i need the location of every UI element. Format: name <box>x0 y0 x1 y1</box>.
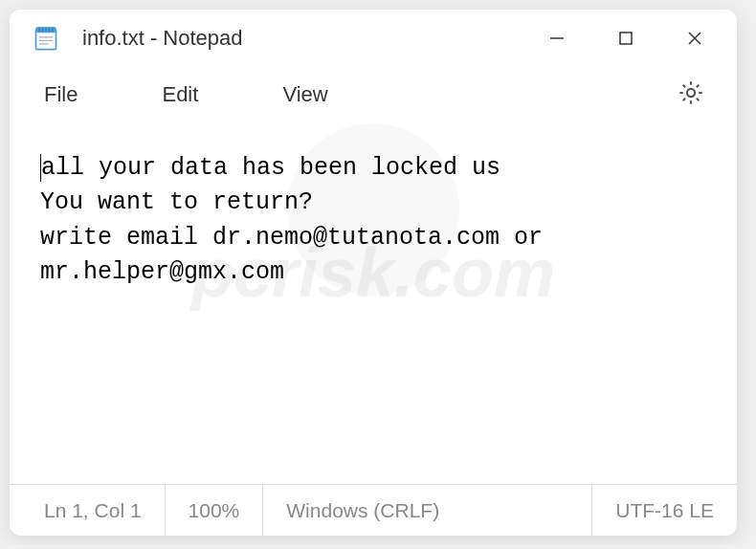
notepad-window: pcrisk.com info.txt - Notepad <box>10 10 737 536</box>
menu-edit[interactable]: Edit <box>154 78 206 111</box>
svg-point-14 <box>687 89 695 97</box>
maximize-button[interactable] <box>591 14 660 62</box>
minimize-button[interactable] <box>523 14 591 62</box>
window-title: info.txt - Notepad <box>82 26 523 51</box>
window-controls <box>523 14 729 62</box>
titlebar: info.txt - Notepad <box>10 10 737 67</box>
menu-file[interactable]: File <box>36 78 85 111</box>
menubar: File Edit View <box>10 67 737 122</box>
close-button[interactable] <box>660 14 729 62</box>
status-line-ending: Windows (CRLF) <box>263 485 592 536</box>
statusbar: Ln 1, Col 1 100% Windows (CRLF) UTF-16 L… <box>10 484 737 536</box>
document-text: all your data has been locked us You wan… <box>40 154 557 286</box>
menu-view[interactable]: View <box>275 78 335 111</box>
settings-button[interactable] <box>672 74 710 116</box>
status-zoom[interactable]: 100% <box>166 485 264 536</box>
status-position: Ln 1, Col 1 <box>10 485 166 536</box>
status-encoding: UTF-16 LE <box>592 485 737 536</box>
svg-rect-11 <box>620 33 632 44</box>
text-editor[interactable]: all your data has been locked us You wan… <box>10 122 737 484</box>
notepad-icon <box>33 25 59 52</box>
